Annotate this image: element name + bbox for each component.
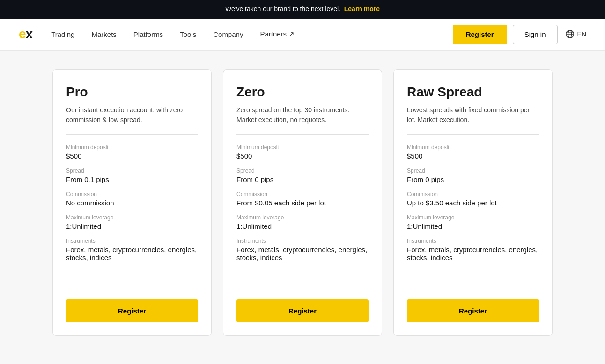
field-value: $500 [407,152,539,160]
field-value: From 0.1 pips [66,175,198,183]
banner-link[interactable]: Learn more [344,5,380,13]
field-label: Maximum leverage [66,214,198,221]
logo[interactable]: ex [19,27,32,42]
field-value: From 0 pips [236,175,369,183]
nav-platforms[interactable]: Platforms [133,30,163,38]
field-value: Forex, metals, cryptocurrencies, energie… [66,246,198,262]
field-group-1-0: Minimum deposit $500 [236,144,369,160]
card-divider [66,134,198,135]
card-description: Lowest spreads with fixed commission per… [407,105,539,125]
field-value: 1:Unlimited [236,222,369,230]
field-label: Commission [66,191,198,197]
nav-partners[interactable]: Partners ↗ [260,30,295,38]
top-banner: We've taken our brand to the next level.… [0,0,605,19]
field-group-2-3: Maximum leverage 1:Unlimited [407,214,539,230]
field-label: Spread [407,167,539,174]
field-label: Maximum leverage [407,214,539,221]
field-group-0-3: Maximum leverage 1:Unlimited [66,214,198,230]
field-group-1-1: Spread From 0 pips [236,167,369,183]
nav-markets[interactable]: Markets [91,30,116,38]
field-value: From 0 pips [407,175,539,183]
field-group-2-4: Instruments Forex, metals, cryptocurrenc… [407,238,539,262]
account-card-1: Zero Zero spread on the top 30 instrumen… [223,69,382,336]
card-title: Zero [236,85,369,100]
card-divider [236,134,369,135]
nav-company[interactable]: Company [213,30,243,38]
field-value: Forex, metals, cryptocurrencies, energie… [407,246,539,262]
card-register-button-1[interactable]: Register [236,299,369,322]
field-label: Minimum deposit [66,144,198,151]
nav-tools[interactable]: Tools [180,30,196,38]
card-title: Pro [66,85,198,100]
globe-icon [565,29,575,39]
card-description: Our instant execution account, with zero… [66,105,198,125]
card-fields: Minimum deposit $500 Spread From 0.1 pip… [66,144,198,288]
field-group-1-4: Instruments Forex, metals, cryptocurrenc… [236,238,369,262]
field-group-0-0: Minimum deposit $500 [66,144,198,160]
field-group-2-0: Minimum deposit $500 [407,144,539,160]
logo-text: ex [19,27,32,42]
field-value: Up to $3.50 each side per lot [407,199,539,207]
field-label: Instruments [407,238,539,244]
field-label: Instruments [66,238,198,244]
field-label: Minimum deposit [407,144,539,151]
field-label: Minimum deposit [236,144,369,151]
field-value: 1:Unlimited [407,222,539,230]
field-label: Instruments [236,238,369,244]
field-group-2-1: Spread From 0 pips [407,167,539,183]
card-register-button-0[interactable]: Register [66,299,198,322]
card-fields: Minimum deposit $500 Spread From 0 pips … [407,144,539,288]
language-selector[interactable]: EN [565,29,586,39]
field-group-0-2: Commission No commission [66,191,198,207]
field-label: Maximum leverage [236,214,369,221]
header-signin-button[interactable]: Sign in [513,25,558,44]
account-card-0: Pro Our instant execution account, with … [52,69,212,336]
field-label: Spread [66,167,198,174]
field-value: From $0.05 each side per lot [236,199,369,207]
field-value: No commission [66,199,198,207]
field-value: 1:Unlimited [66,222,198,230]
card-title: Raw Spread [407,85,539,100]
field-label: Spread [236,167,369,174]
header-actions: Register Sign in EN [453,25,586,44]
main-content: Pro Our instant execution account, with … [0,51,605,364]
field-value: Forex, metals, cryptocurrencies, energie… [236,246,369,262]
field-group-0-4: Instruments Forex, metals, cryptocurrenc… [66,238,198,262]
field-group-1-2: Commission From $0.05 each side per lot [236,191,369,207]
field-label: Commission [407,191,539,197]
nav-trading[interactable]: Trading [51,30,74,38]
card-register-button-2[interactable]: Register [407,299,539,322]
account-card-2: Raw Spread Lowest spreads with fixed com… [393,69,553,336]
field-group-1-3: Maximum leverage 1:Unlimited [236,214,369,230]
header-register-button[interactable]: Register [453,25,507,44]
field-value: $500 [66,152,198,160]
card-divider [407,134,539,135]
field-group-2-2: Commission Up to $3.50 each side per lot [407,191,539,207]
banner-text: We've taken our brand to the next level. [225,5,340,13]
field-label: Commission [236,191,369,197]
field-value: $500 [236,152,369,160]
header: ex Trading Markets Platforms Tools Compa… [0,19,605,51]
card-fields: Minimum deposit $500 Spread From 0 pips … [236,144,369,288]
main-nav: Trading Markets Platforms Tools Company … [51,30,452,38]
lang-label: EN [577,30,586,38]
card-description: Zero spread on the top 30 instruments. M… [236,105,369,125]
cards-container: Pro Our instant execution account, with … [28,69,577,336]
field-group-0-1: Spread From 0.1 pips [66,167,198,183]
